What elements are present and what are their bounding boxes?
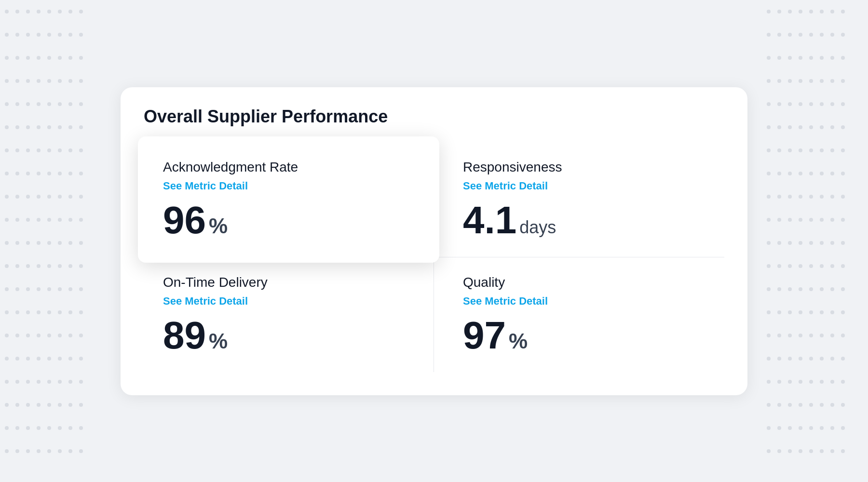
main-card: Overall Supplier Performance Acknowledgm… [121,87,747,395]
metric-value-row-acknowledgment-rate: 96 % [163,201,414,240]
metric-value-row-on-time-delivery: 89 % [163,316,414,355]
metric-value-on-time-delivery: 89 [163,316,206,355]
dot-pattern-right [762,0,868,482]
page-title: Overall Supplier Performance [144,107,724,127]
metric-value-acknowledgment-rate: 96 [163,201,206,240]
metric-name-on-time-delivery: On-Time Delivery [163,275,414,290]
metric-link-on-time-delivery[interactable]: See Metric Detail [163,295,248,308]
metric-cell-responsiveness: Responsiveness See Metric Detail 4.1 day… [434,142,724,257]
metric-cell-quality: Quality See Metric Detail 97 % [434,257,724,372]
metric-link-acknowledgment-rate[interactable]: See Metric Detail [163,180,248,192]
metric-unit-on-time-delivery: % [209,329,228,353]
metrics-grid: Acknowledgment Rate See Metric Detail 96… [144,142,724,372]
metric-name-acknowledgment-rate: Acknowledgment Rate [163,160,414,175]
metric-value-quality: 97 [463,316,506,355]
metric-cell-acknowledgment-rate: Acknowledgment Rate See Metric Detail 96… [144,142,434,257]
metric-name-quality: Quality [463,275,705,290]
metric-cell-on-time-delivery: On-Time Delivery See Metric Detail 89 % [144,257,434,372]
blue-accent-bar [144,142,148,257]
metric-unit-quality: % [509,329,528,353]
metric-value-row-responsiveness: 4.1 days [463,201,705,240]
metric-link-quality[interactable]: See Metric Detail [463,295,548,308]
metric-value-row-quality: 97 % [463,316,705,355]
metric-link-responsiveness[interactable]: See Metric Detail [463,180,548,192]
metric-name-responsiveness: Responsiveness [463,160,705,175]
metric-value-responsiveness: 4.1 [463,201,516,240]
metric-unit-responsiveness: days [519,217,556,238]
metric-unit-acknowledgment-rate: % [209,214,228,238]
dot-pattern-left [0,0,106,482]
